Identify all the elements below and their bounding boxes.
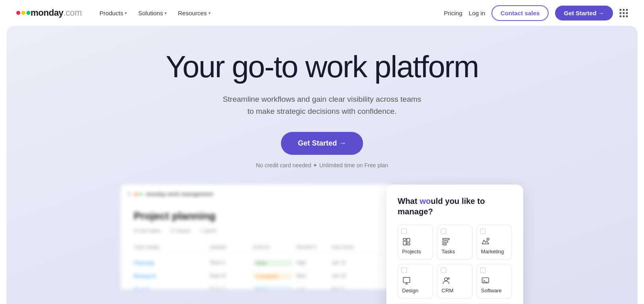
dashboard-meta: 12 line tasks 17 issues 1 sprint: [134, 228, 382, 234]
svg-rect-8: [407, 238, 410, 242]
marketing-checkbox[interactable]: [480, 228, 486, 234]
hero-note: No credit card needed ✦ Unlimited time o…: [256, 162, 388, 168]
svg-point-0: [16, 11, 20, 15]
software-label: Software: [481, 288, 502, 294]
tasks-checkbox[interactable]: [441, 228, 446, 234]
svg-point-3: [134, 193, 137, 195]
dashboard-preview: monday work management Project planning …: [121, 185, 394, 289]
svg-rect-10: [443, 238, 450, 240]
crm-icon: [442, 276, 450, 285]
widget-item-tasks[interactable]: Tasks: [437, 225, 473, 260]
projects-icon: [402, 237, 411, 246]
dashboard-project-name: Project planning: [134, 210, 382, 222]
table-row: Research Team B In progress Med Jan 20: [134, 270, 382, 283]
svg-point-19: [448, 278, 450, 279]
pricing-link[interactable]: Pricing: [444, 10, 462, 16]
widget-title-highlight: wo: [419, 197, 431, 205]
widget-item-software[interactable]: Software: [477, 264, 512, 299]
nav-links: Products ▾ Solutions ▾ Resources ▾: [95, 6, 215, 20]
design-icon: [402, 276, 411, 285]
svg-rect-9: [407, 243, 410, 245]
tasks-icon: [442, 237, 450, 246]
hero-subtitle: Streamline workflows and gain clear visi…: [223, 93, 421, 118]
contact-sales-button[interactable]: Contact sales: [491, 5, 549, 21]
apps-grid-icon[interactable]: [619, 9, 628, 17]
login-link[interactable]: Log in: [469, 10, 485, 16]
design-checkbox[interactable]: [401, 267, 407, 273]
svg-point-2: [27, 11, 31, 15]
svg-rect-6: [403, 238, 406, 240]
navbar-left: monday.com Products ▾ Solutions ▾ Resour…: [16, 6, 215, 20]
svg-point-14: [487, 238, 489, 240]
hero-cta-button[interactable]: Get Started →: [281, 132, 363, 155]
navbar-right: Pricing Log in Contact sales Get Started…: [444, 5, 628, 21]
widget-item-crm[interactable]: CRM: [437, 264, 473, 299]
widget-item-projects[interactable]: Projects: [398, 225, 433, 260]
logo-suffix: .com: [63, 8, 82, 18]
nav-solutions[interactable]: Solutions ▾: [133, 6, 171, 20]
marketing-label: Marketing: [481, 249, 504, 255]
software-icon: [481, 276, 490, 285]
crm-checkbox[interactable]: [441, 267, 446, 273]
nav-resources[interactable]: Resources ▾: [173, 6, 215, 20]
logo[interactable]: monday.com: [16, 8, 82, 18]
crm-label: CRM: [442, 288, 454, 294]
svg-point-1: [21, 11, 25, 15]
svg-point-5: [140, 193, 142, 195]
solutions-chevron-icon: ▾: [165, 11, 167, 15]
projects-checkbox[interactable]: [401, 228, 407, 234]
svg-point-4: [137, 193, 140, 195]
widget-grid: Projects Tasks: [398, 225, 512, 304]
hero-title: Your go-to work platform: [165, 50, 478, 84]
svg-rect-11: [443, 241, 448, 243]
manage-widget: What would you like to manage? Projects: [386, 185, 523, 304]
widget-item-design[interactable]: Design: [398, 264, 433, 299]
logo-text: monday.com: [31, 8, 82, 18]
svg-rect-12: [443, 244, 446, 245]
software-checkbox[interactable]: [480, 267, 486, 273]
svg-rect-7: [403, 241, 406, 245]
design-label: Design: [402, 288, 418, 294]
projects-label: Projects: [402, 249, 421, 255]
hero-bottom: monday work management Project planning …: [23, 185, 621, 304]
tasks-label: Tasks: [442, 249, 455, 255]
get-started-nav-button[interactable]: Get Started →: [555, 6, 613, 21]
hero-section: Your go-to work platform Streamline work…: [6, 26, 638, 304]
svg-rect-15: [403, 277, 410, 283]
resources-chevron-icon: ▾: [208, 11, 211, 15]
table-row: Planning Team A Done High Jan 12: [134, 257, 382, 270]
marketing-icon: [481, 237, 490, 246]
svg-marker-13: [482, 240, 489, 244]
products-chevron-icon: ▾: [125, 11, 127, 15]
widget-item-marketing[interactable]: Marketing: [477, 225, 512, 260]
table-row: Design Team C Stuck Low Feb 3: [134, 283, 382, 289]
widget-title: What would you like to manage?: [398, 196, 512, 217]
navbar: monday.com Products ▾ Solutions ▾ Resour…: [0, 0, 644, 26]
dashboard-title: monday work management: [146, 191, 213, 197]
svg-point-18: [444, 278, 447, 281]
nav-products[interactable]: Products ▾: [95, 6, 132, 20]
